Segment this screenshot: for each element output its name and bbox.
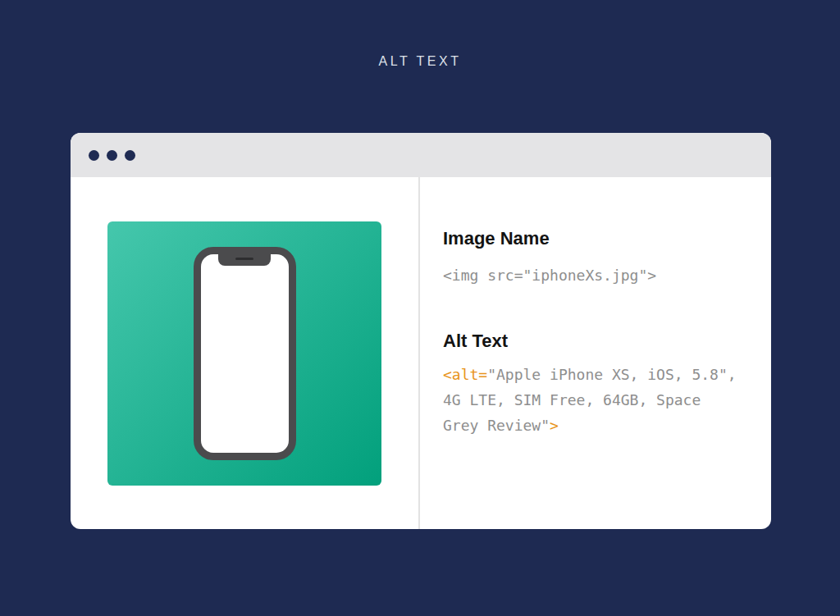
page-background: { "page": { "title": "ALT TEXT", "backgr… (0, 0, 840, 616)
iphone-screen (201, 254, 289, 453)
alt-close-tag: > (550, 417, 559, 434)
image-src-code: <img src="iphoneXs.jpg"> (443, 262, 771, 288)
product-image-tile (107, 221, 381, 486)
image-name-heading: Image Name (443, 228, 771, 249)
window-content: Image Name <img src="iphoneXs.jpg"> Alt … (71, 177, 771, 529)
window-control-dot-1 (89, 150, 99, 161)
image-panel (71, 177, 418, 529)
window-control-dot-3 (125, 150, 135, 161)
browser-window: Image Name <img src="iphoneXs.jpg"> Alt … (71, 133, 771, 529)
alt-text-heading: Alt Text (443, 331, 771, 352)
browser-titlebar (71, 133, 771, 177)
alt-value-text: "Apple iPhone XS, iOS, 5.8", 4G LTE, SIM… (443, 366, 737, 434)
iphone-notch (218, 254, 271, 266)
details-panel: Image Name <img src="iphoneXs.jpg"> Alt … (420, 177, 771, 529)
page-title: ALT TEXT (0, 54, 840, 69)
iphone-illustration (194, 247, 296, 460)
alt-open-tag: <alt= (443, 366, 487, 383)
window-control-dot-2 (107, 150, 117, 161)
iphone-speaker (235, 258, 253, 260)
alt-text-code: <alt="Apple iPhone XS, iOS, 5.8", 4G LTE… (443, 362, 740, 438)
